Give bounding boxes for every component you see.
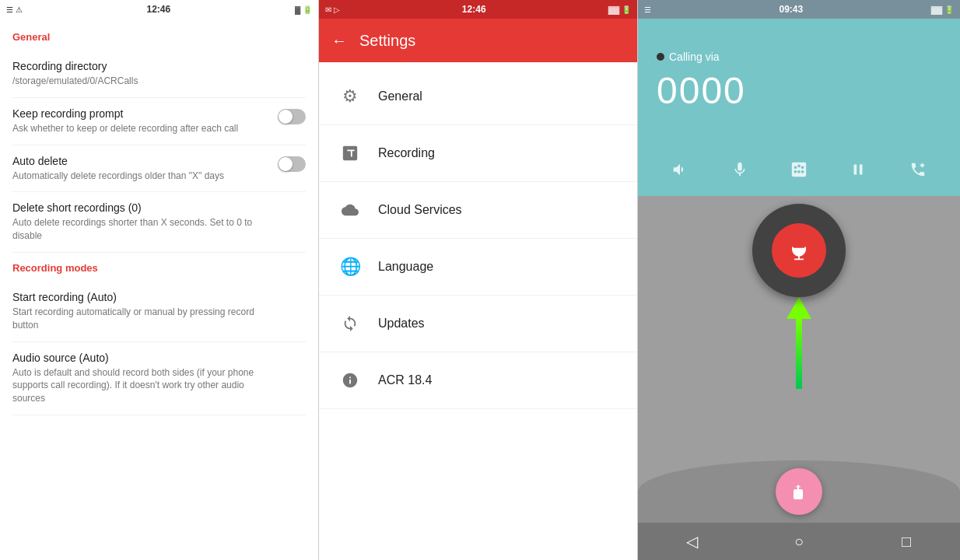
call-controls-bar	[638, 143, 960, 196]
settings-toolbar: ← Settings	[319, 19, 637, 62]
updates-icon	[335, 308, 366, 339]
setting-desc-auto-delete: Automatically delete recordings older th…	[12, 170, 224, 183]
back-button[interactable]: ←	[331, 32, 347, 50]
toggle-keep-prompt[interactable]	[278, 109, 306, 124]
call-number: 0000	[657, 69, 941, 112]
swipe-up-arrow	[787, 297, 811, 389]
status-right-icons: ▓ 🔋	[295, 5, 312, 14]
setting-auto-delete[interactable]: Auto delete Automatically delete recordi…	[12, 145, 306, 193]
menu-label-recording: Recording	[378, 146, 435, 160]
panel-settings-menu: ✉ ▷ 12:46 ▓▓ 🔋 ← Settings ⚙ General Reco…	[319, 0, 638, 560]
setting-title-start-recording: Start recording (Auto)	[12, 291, 306, 303]
setting-delete-short[interactable]: Delete short recordings (0) Auto delete …	[12, 192, 306, 253]
menu-item-acr-version[interactable]: ACR 18.4	[319, 352, 637, 409]
record-btn-outer	[752, 204, 846, 297]
setting-start-recording[interactable]: Start recording (Auto) Start recording a…	[12, 282, 306, 342]
calling-dot	[657, 53, 664, 61]
settings-detail-content: General Recording directory /storage/emu…	[0, 19, 318, 560]
status-right-panel2: ▓▓ 🔋	[608, 5, 631, 14]
panel-call-screen: ☰ 09:43 ▓▓ 🔋 Calling via 0000	[638, 0, 960, 560]
mute-button[interactable]	[723, 152, 757, 187]
calling-via-label: Calling via	[657, 51, 941, 63]
status-time-panel3: 09:43	[779, 4, 803, 15]
menu-label-cloud-services: Cloud Services	[378, 203, 462, 217]
record-btn-inner[interactable]	[772, 223, 826, 278]
menu-item-language[interactable]: 🌐 Language	[319, 239, 637, 296]
toggle-auto-delete[interactable]	[278, 156, 306, 172]
setting-desc-audio-source: Auto is default and should record both s…	[12, 366, 261, 405]
call-main-area	[638, 196, 960, 523]
hold-button[interactable]	[841, 152, 875, 187]
menu-label-updates: Updates	[378, 317, 425, 331]
setting-text-auto-delete: Auto delete Automatically delete recordi…	[12, 155, 224, 183]
panel-settings-detail: ☰ ⚠ 12:46 ▓ 🔋 General Recording director…	[0, 0, 319, 560]
recording-icon	[335, 138, 366, 169]
setting-keep-recording-prompt[interactable]: Keep recording prompt Ask whether to kee…	[12, 98, 306, 145]
menu-item-recording[interactable]: Recording	[319, 125, 637, 182]
gear-icon: ⚙	[335, 81, 366, 112]
setting-text-keep-prompt: Keep recording prompt Ask whether to kee…	[12, 107, 238, 135]
nav-home-button[interactable]: ○	[780, 523, 818, 560]
settings-menu-list: ⚙ General Recording Cloud Services 🌐 Lan…	[319, 68, 637, 409]
speaker-button[interactable]	[663, 152, 697, 187]
setting-desc-start-recording: Start recording automatically or manual …	[12, 306, 261, 332]
setting-desc-keep-prompt: Ask whether to keep or delete recording …	[12, 122, 238, 135]
setting-desc-recording-dir: /storage/emulated/0/ACRCalls	[12, 75, 261, 88]
setting-title-keep-prompt: Keep recording prompt	[12, 107, 238, 120]
call-header: Calling via 0000	[638, 19, 960, 143]
setting-desc-delete-short: Auto delete recordings shorter than X se…	[12, 216, 261, 243]
nav-recent-button[interactable]: □	[888, 523, 925, 560]
section-recording-modes-header: Recording modes	[12, 262, 306, 274]
menu-label-general: General	[378, 89, 422, 103]
setting-title-delete-short: Delete short recordings (0)	[12, 201, 306, 214]
menu-item-general[interactable]: ⚙ General	[319, 68, 637, 125]
menu-item-updates[interactable]: Updates	[319, 296, 637, 352]
statusbar-panel1: ☰ ⚠ 12:46 ▓ 🔋	[0, 0, 318, 19]
language-icon: 🌐	[335, 251, 366, 282]
menu-item-cloud-services[interactable]: Cloud Services	[319, 182, 637, 239]
nav-back-button[interactable]: ◁	[673, 523, 710, 560]
setting-title-audio-source: Audio source (Auto)	[12, 352, 306, 364]
toolbar-title: Settings	[359, 32, 415, 50]
section-general-header: General	[12, 31, 306, 43]
status-left-panel2: ✉ ▷	[325, 5, 340, 14]
statusbar-panel2: ✉ ▷ 12:46 ▓▓ 🔋	[319, 0, 637, 19]
setting-audio-source[interactable]: Audio source (Auto) Auto is default and …	[12, 342, 306, 415]
navigation-bar: ◁ ○ □	[638, 523, 960, 560]
menu-label-acr: ACR 18.4	[378, 373, 432, 387]
status-left-icons: ☰ ⚠	[6, 5, 23, 14]
arrow-line	[796, 319, 802, 389]
menu-label-language: Language	[378, 260, 433, 274]
status-time-panel1: 12:46	[147, 4, 171, 15]
setting-title-auto-delete: Auto delete	[12, 155, 224, 167]
statusbar-panel3: ☰ 09:43 ▓▓ 🔋	[638, 0, 960, 19]
status-left-panel3: ☰	[644, 5, 651, 14]
cloud-icon	[335, 194, 366, 226]
add-call-button[interactable]	[901, 152, 935, 187]
setting-title-recording-dir: Recording directory	[12, 60, 306, 72]
arrow-head-up	[787, 297, 811, 319]
keypad-button[interactable]	[782, 152, 816, 187]
swipe-button[interactable]	[776, 468, 822, 515]
setting-recording-directory[interactable]: Recording directory /storage/emulated/0/…	[12, 51, 306, 98]
status-right-panel3: ▓▓ 🔋	[931, 5, 954, 14]
record-button-container	[752, 204, 846, 297]
status-time-panel2: 12:46	[462, 4, 486, 15]
info-icon	[335, 365, 366, 396]
